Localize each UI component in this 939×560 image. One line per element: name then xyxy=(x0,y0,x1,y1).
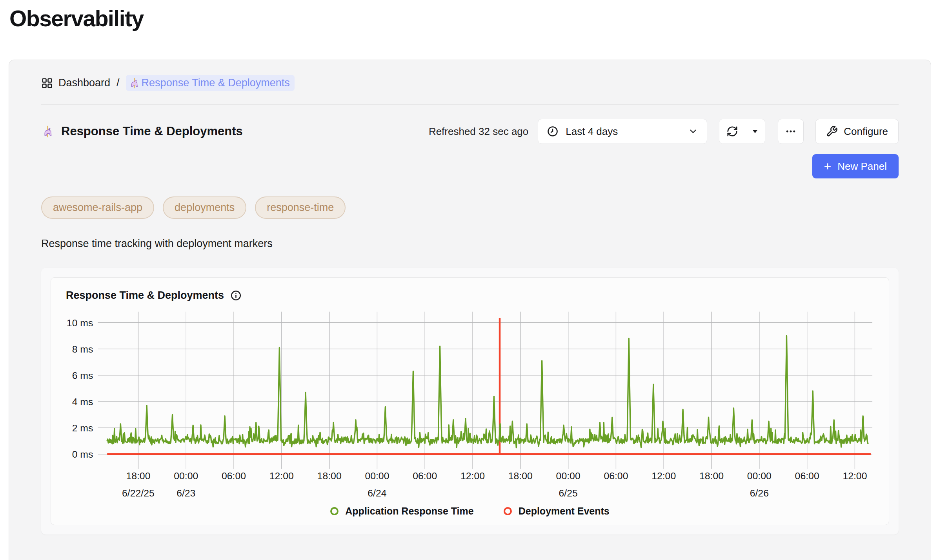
chart-legend: Application Response TimeDeployment Even… xyxy=(62,505,878,517)
configure-label: Configure xyxy=(844,125,888,138)
time-range-value: Last 4 days xyxy=(566,125,618,138)
svg-text:12:00: 12:00 xyxy=(651,471,676,481)
svg-text:06:00: 06:00 xyxy=(413,471,437,481)
wrench-icon xyxy=(826,125,838,137)
panel-header-controls: Refreshed 32 sec ago Last 4 days xyxy=(429,119,899,144)
chart-card: Response Time & Deployments 0 ms2 ms4 ms… xyxy=(51,277,889,525)
svg-text:00:00: 00:00 xyxy=(747,471,772,481)
breadcrumb: Dashboard / Response Time & Deployments xyxy=(41,75,899,91)
carousel-horse-icon xyxy=(41,125,54,138)
panel-title: Response Time & Deployments xyxy=(61,124,243,138)
plus-icon: + xyxy=(824,160,832,173)
response-time-chart: 0 ms2 ms4 ms6 ms8 ms10 ms18:006/22/2500:… xyxy=(62,302,878,503)
layout-grid-icon xyxy=(41,77,53,89)
svg-text:00:00: 00:00 xyxy=(365,471,389,481)
svg-text:18:00: 18:00 xyxy=(126,471,150,481)
breadcrumb-current-link[interactable]: Response Time & Deployments xyxy=(126,75,295,91)
svg-text:00:00: 00:00 xyxy=(556,471,581,481)
breadcrumb-current-label: Response Time & Deployments xyxy=(142,77,290,89)
svg-text:6/23: 6/23 xyxy=(177,488,195,498)
refreshed-status: Refreshed 32 sec ago xyxy=(429,125,528,138)
chart-panel: Response Time & Deployments 0 ms2 ms4 ms… xyxy=(41,268,899,535)
ellipsis-icon xyxy=(785,125,797,137)
info-icon[interactable] xyxy=(230,290,242,301)
refresh-icon xyxy=(726,125,738,137)
svg-text:10 ms: 10 ms xyxy=(67,318,93,328)
svg-text:4 ms: 4 ms xyxy=(72,396,93,407)
panel-header-row: Response Time & Deployments Refreshed 32… xyxy=(41,119,899,144)
clock-icon xyxy=(547,125,559,137)
svg-text:18:00: 18:00 xyxy=(317,471,342,481)
svg-text:0 ms: 0 ms xyxy=(72,449,93,460)
svg-text:6/24: 6/24 xyxy=(368,488,386,498)
tag-deployments[interactable]: deployments xyxy=(163,196,246,219)
tag-awesome-rails-app[interactable]: awesome-rails-app xyxy=(41,196,154,219)
svg-text:00:00: 00:00 xyxy=(174,471,198,481)
svg-text:8 ms: 8 ms xyxy=(72,344,93,355)
svg-text:6 ms: 6 ms xyxy=(72,370,93,381)
svg-text:18:00: 18:00 xyxy=(508,471,533,481)
carousel-horse-icon xyxy=(128,77,140,89)
time-range-select[interactable]: Last 4 days xyxy=(538,119,707,144)
svg-text:6/25: 6/25 xyxy=(559,488,578,498)
tag-response-time[interactable]: response-time xyxy=(255,196,346,219)
svg-text:12:00: 12:00 xyxy=(843,471,867,481)
chart-title: Response Time & Deployments xyxy=(66,289,224,302)
legend-label: Application Response Time xyxy=(345,505,473,517)
legend-label: Deployment Events xyxy=(519,505,610,517)
refresh-button[interactable] xyxy=(719,119,745,144)
page-title: Observability xyxy=(9,5,939,31)
tag-list: awesome-rails-app deployments response-t… xyxy=(41,196,899,219)
dashboard-card: Dashboard / Response Time & Deployments … xyxy=(9,60,931,560)
divider xyxy=(41,104,899,105)
refresh-split-button xyxy=(719,119,765,144)
breadcrumb-dashboard-label: Dashboard xyxy=(58,77,110,89)
actions-row: + New Panel xyxy=(41,154,899,178)
svg-text:6/26: 6/26 xyxy=(750,488,769,498)
legend-ring-icon xyxy=(504,507,512,515)
configure-button[interactable]: Configure xyxy=(815,119,899,144)
legend-item[interactable]: Application Response Time xyxy=(330,505,473,517)
svg-text:12:00: 12:00 xyxy=(460,471,485,481)
svg-text:18:00: 18:00 xyxy=(699,471,724,481)
caret-down-icon xyxy=(751,127,759,136)
chevron-down-icon xyxy=(688,126,698,136)
new-panel-button[interactable]: + New Panel xyxy=(812,154,899,178)
svg-text:6/22/25: 6/22/25 xyxy=(122,488,155,498)
panel-description: Response time tracking with deployment m… xyxy=(41,238,899,250)
svg-text:2 ms: 2 ms xyxy=(72,423,93,433)
svg-text:06:00: 06:00 xyxy=(795,471,819,481)
breadcrumb-dashboard-link[interactable]: Dashboard xyxy=(41,77,110,89)
breadcrumb-separator: / xyxy=(116,77,120,89)
panel-header-left: Response Time & Deployments xyxy=(41,124,243,138)
chart-title-row: Response Time & Deployments xyxy=(66,289,878,302)
svg-text:06:00: 06:00 xyxy=(222,471,246,481)
svg-text:06:00: 06:00 xyxy=(604,471,628,481)
svg-text:12:00: 12:00 xyxy=(269,471,294,481)
new-panel-label: New Panel xyxy=(837,160,887,173)
legend-ring-icon xyxy=(330,507,338,515)
refresh-interval-button[interactable] xyxy=(745,119,765,144)
more-options-button[interactable] xyxy=(778,119,804,144)
legend-item[interactable]: Deployment Events xyxy=(504,505,610,517)
